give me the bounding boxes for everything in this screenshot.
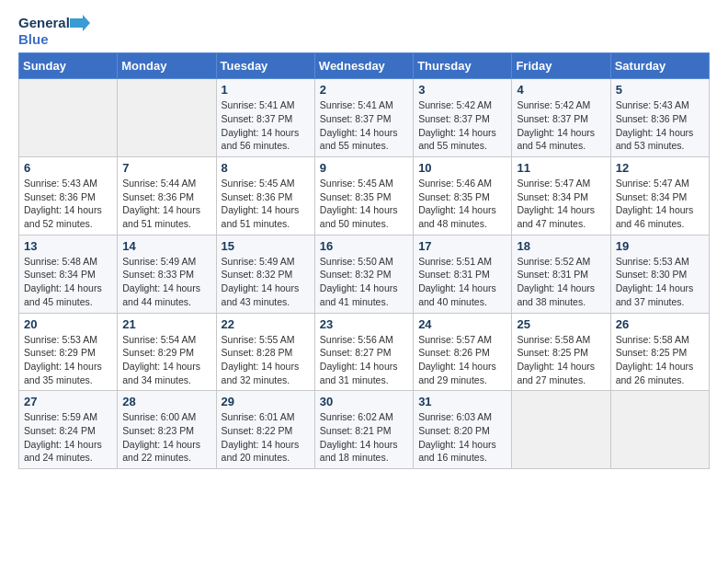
calendar-cell: 18Sunrise: 5:52 AM Sunset: 8:31 PM Dayli… [512, 235, 610, 313]
day-detail: Sunrise: 5:49 AM Sunset: 8:33 PM Dayligh… [122, 255, 210, 309]
day-detail: Sunrise: 5:47 AM Sunset: 8:34 PM Dayligh… [616, 177, 704, 231]
day-detail: Sunrise: 5:58 AM Sunset: 8:25 PM Dayligh… [517, 333, 605, 387]
day-detail: Sunrise: 5:57 AM Sunset: 8:26 PM Dayligh… [418, 333, 506, 387]
calendar-cell: 7Sunrise: 5:44 AM Sunset: 8:36 PM Daylig… [118, 157, 216, 236]
day-number: 26 [616, 317, 704, 331]
calendar-cell [512, 391, 610, 469]
calendar-week-row: 13Sunrise: 5:48 AM Sunset: 8:34 PM Dayli… [19, 235, 710, 313]
logo-general: General [18, 15, 70, 30]
day-detail: Sunrise: 5:59 AM Sunset: 8:24 PM Dayligh… [24, 410, 112, 465]
day-detail: Sunrise: 5:51 AM Sunset: 8:31 PM Dayligh… [418, 255, 506, 309]
day-detail: Sunrise: 5:50 AM Sunset: 8:32 PM Dayligh… [320, 255, 408, 309]
calendar-cell: 9Sunrise: 5:45 AM Sunset: 8:35 PM Daylig… [314, 157, 413, 236]
calendar-cell: 26Sunrise: 5:58 AM Sunset: 8:25 PM Dayli… [610, 313, 709, 391]
day-detail: Sunrise: 5:46 AM Sunset: 8:35 PM Dayligh… [418, 177, 506, 231]
calendar-cell: 8Sunrise: 5:45 AM Sunset: 8:36 PM Daylig… [216, 157, 314, 236]
day-detail: Sunrise: 6:00 AM Sunset: 8:23 PM Dayligh… [122, 410, 210, 465]
logo: General Blue [18, 15, 90, 47]
day-detail: Sunrise: 5:44 AM Sunset: 8:36 PM Dayligh… [122, 177, 210, 231]
day-detail: Sunrise: 6:01 AM Sunset: 8:22 PM Dayligh… [222, 410, 310, 465]
calendar-week-row: 20Sunrise: 5:53 AM Sunset: 8:29 PM Dayli… [19, 313, 710, 391]
day-detail: Sunrise: 5:53 AM Sunset: 8:30 PM Dayligh… [616, 255, 704, 309]
day-number: 17 [418, 239, 506, 253]
weekday-header: Thursday [414, 53, 512, 79]
calendar-cell: 30Sunrise: 6:02 AM Sunset: 8:21 PM Dayli… [314, 391, 413, 469]
calendar-week-row: 1Sunrise: 5:41 AM Sunset: 8:37 PM Daylig… [19, 79, 710, 157]
day-number: 27 [24, 395, 112, 408]
weekday-header: Wednesday [314, 53, 413, 79]
day-number: 31 [418, 395, 506, 408]
day-number: 7 [122, 161, 210, 175]
day-detail: Sunrise: 5:49 AM Sunset: 8:32 PM Dayligh… [222, 255, 310, 309]
calendar-cell: 13Sunrise: 5:48 AM Sunset: 8:34 PM Dayli… [19, 235, 118, 313]
day-detail: Sunrise: 5:58 AM Sunset: 8:25 PM Dayligh… [616, 333, 704, 387]
calendar-cell [19, 79, 118, 157]
day-number: 13 [24, 239, 112, 253]
calendar-cell: 27Sunrise: 5:59 AM Sunset: 8:24 PM Dayli… [19, 391, 118, 469]
day-number: 22 [222, 317, 310, 331]
logo-blue: Blue [18, 31, 49, 47]
day-number: 10 [418, 161, 506, 175]
day-number: 8 [222, 161, 310, 175]
day-number: 2 [320, 83, 408, 97]
day-detail: Sunrise: 5:53 AM Sunset: 8:29 PM Dayligh… [24, 333, 112, 387]
day-detail: Sunrise: 5:47 AM Sunset: 8:34 PM Dayligh… [517, 177, 605, 231]
day-number: 21 [122, 317, 210, 331]
day-number: 11 [517, 161, 605, 175]
calendar-cell: 2Sunrise: 5:41 AM Sunset: 8:37 PM Daylig… [314, 79, 413, 157]
weekday-header: Friday [512, 53, 610, 79]
day-number: 18 [517, 239, 605, 253]
day-detail: Sunrise: 5:41 AM Sunset: 8:37 PM Dayligh… [222, 98, 310, 153]
day-number: 15 [222, 239, 310, 253]
calendar-cell: 1Sunrise: 5:41 AM Sunset: 8:37 PM Daylig… [216, 79, 314, 157]
calendar-cell: 24Sunrise: 5:57 AM Sunset: 8:26 PM Dayli… [414, 313, 512, 391]
calendar-cell: 19Sunrise: 5:53 AM Sunset: 8:30 PM Dayli… [610, 235, 709, 313]
page-header: General Blue [18, 15, 710, 47]
day-number: 19 [616, 239, 704, 253]
svg-marker-0 [70, 15, 90, 31]
day-detail: Sunrise: 6:03 AM Sunset: 8:20 PM Dayligh… [418, 410, 506, 465]
day-number: 12 [616, 161, 704, 175]
calendar-cell: 15Sunrise: 5:49 AM Sunset: 8:32 PM Dayli… [216, 235, 314, 313]
calendar-cell: 20Sunrise: 5:53 AM Sunset: 8:29 PM Dayli… [19, 313, 118, 391]
calendar-week-row: 27Sunrise: 5:59 AM Sunset: 8:24 PM Dayli… [19, 391, 710, 469]
calendar-cell: 23Sunrise: 5:56 AM Sunset: 8:27 PM Dayli… [314, 313, 413, 391]
calendar-cell: 31Sunrise: 6:03 AM Sunset: 8:20 PM Dayli… [414, 391, 512, 469]
day-number: 28 [122, 395, 210, 408]
day-number: 1 [222, 83, 310, 97]
day-number: 16 [320, 239, 408, 253]
day-number: 6 [24, 161, 112, 175]
calendar-cell: 22Sunrise: 5:55 AM Sunset: 8:28 PM Dayli… [216, 313, 314, 391]
day-detail: Sunrise: 5:41 AM Sunset: 8:37 PM Dayligh… [320, 98, 408, 153]
weekday-header: Tuesday [216, 53, 314, 79]
day-number: 23 [320, 317, 408, 331]
calendar-cell: 6Sunrise: 5:43 AM Sunset: 8:36 PM Daylig… [19, 157, 118, 236]
weekday-header: Saturday [610, 53, 709, 79]
day-detail: Sunrise: 5:48 AM Sunset: 8:34 PM Dayligh… [24, 255, 112, 309]
day-number: 20 [24, 317, 112, 331]
calendar-cell: 16Sunrise: 5:50 AM Sunset: 8:32 PM Dayli… [314, 235, 413, 313]
day-detail: Sunrise: 5:54 AM Sunset: 8:29 PM Dayligh… [122, 333, 210, 387]
calendar-cell: 3Sunrise: 5:42 AM Sunset: 8:37 PM Daylig… [414, 79, 512, 157]
day-detail: Sunrise: 5:42 AM Sunset: 8:37 PM Dayligh… [418, 98, 506, 153]
day-detail: Sunrise: 6:02 AM Sunset: 8:21 PM Dayligh… [320, 410, 408, 465]
calendar-cell: 5Sunrise: 5:43 AM Sunset: 8:36 PM Daylig… [610, 79, 709, 157]
day-detail: Sunrise: 5:43 AM Sunset: 8:36 PM Dayligh… [24, 177, 112, 231]
calendar-cell: 4Sunrise: 5:42 AM Sunset: 8:37 PM Daylig… [512, 79, 610, 157]
calendar-cell: 29Sunrise: 6:01 AM Sunset: 8:22 PM Dayli… [216, 391, 314, 469]
day-number: 4 [517, 83, 605, 97]
calendar-cell: 11Sunrise: 5:47 AM Sunset: 8:34 PM Dayli… [512, 157, 610, 236]
day-number: 25 [517, 317, 605, 331]
calendar-table: SundayMondayTuesdayWednesdayThursdayFrid… [18, 52, 710, 469]
day-number: 3 [418, 83, 506, 97]
logo-arrow-icon [70, 15, 90, 31]
day-detail: Sunrise: 5:43 AM Sunset: 8:36 PM Dayligh… [616, 98, 704, 153]
day-detail: Sunrise: 5:55 AM Sunset: 8:28 PM Dayligh… [222, 333, 310, 387]
day-number: 24 [418, 317, 506, 331]
day-detail: Sunrise: 5:45 AM Sunset: 8:35 PM Dayligh… [320, 177, 408, 231]
calendar-cell: 12Sunrise: 5:47 AM Sunset: 8:34 PM Dayli… [610, 157, 709, 236]
weekday-header: Sunday [19, 53, 118, 79]
calendar-cell: 25Sunrise: 5:58 AM Sunset: 8:25 PM Dayli… [512, 313, 610, 391]
calendar-cell [610, 391, 709, 469]
day-number: 5 [616, 83, 704, 97]
